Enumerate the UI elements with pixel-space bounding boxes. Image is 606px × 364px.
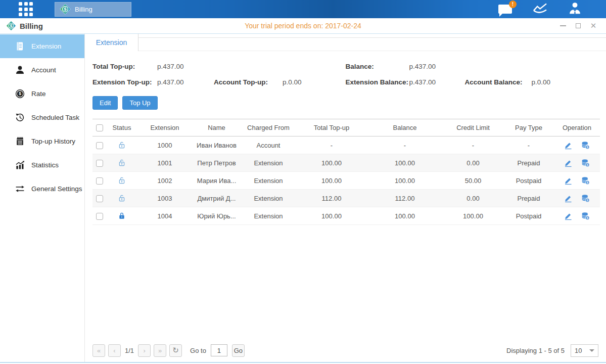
credit-limit-cell: 100.00 [443,207,503,225]
row-checkbox[interactable] [96,177,103,185]
billing-diamond-icon [6,21,16,31]
sidebar-item-rate[interactable]: Rate [0,82,84,106]
rate-dollar-icon [15,89,25,99]
account-balance-label: Account Balance: [465,78,532,86]
sidebar-item-scheduled-task[interactable]: Scheduled Task [0,106,84,129]
scheduled-task-clock-icon [15,113,25,122]
charged-from-cell: Extension [241,207,296,225]
billing-diamond-icon [60,4,71,15]
pay-type-cell: Prepaid [503,190,554,207]
edit-row-icon[interactable] [564,194,573,203]
window-titlebar: Your trial period ends on: 2017-02-24 Bi… [0,18,606,34]
sidebar-item-account[interactable]: Account [0,58,84,82]
account-balance-value: p.0.00 [532,78,551,86]
pay-type-cell: Postpaid [503,172,554,190]
table-header-row: StatusExtensionNameCharged FromTotal Top… [92,119,600,136]
page-indicator: 1/1 [125,347,134,354]
account-person-icon [15,65,25,75]
goto-page-input[interactable] [211,344,227,356]
select-all-checkbox[interactable] [96,124,103,131]
sidebar-item-top-up-history[interactable]: Top-up History [0,129,84,153]
prev-page-button[interactable]: ‹ [108,344,121,357]
top-up-row-icon[interactable] [581,176,590,185]
name-cell: Мария Ива... [193,172,241,190]
top-up-button[interactable]: Top Up [122,96,157,110]
statistics-monitor-icon[interactable] [532,2,548,17]
table-body: 1000Иван ИвановAccount----1001Петр Петро… [92,136,600,225]
extension-cell: 1001 [137,154,193,172]
taskbar-tab-billing[interactable]: Billing [55,2,131,17]
go-button[interactable]: Go [232,344,245,357]
total-topup-value: p.437.00 [157,63,214,70]
table-row-1000: 1000Иван ИвановAccount---- [92,136,600,154]
column-header-credit-limit: Credit Limit [443,119,503,136]
edit-row-icon[interactable] [564,176,573,185]
row-checkbox[interactable] [96,213,103,220]
name-cell: Иван Иванов [193,136,241,154]
table-row-1003: 1003Дмитрий Д...Extension112.00112.000.0… [92,190,600,207]
credit-limit-cell: 50.00 [443,172,503,190]
total-topup-cell: 100.00 [296,207,367,225]
column-header-status: Status [107,119,137,136]
column-header-balance: Balance [367,119,443,136]
balance-cell: - [367,136,443,154]
edit-row-icon[interactable] [564,159,573,167]
sidebar-item-statistics[interactable]: Statistics [0,153,84,177]
column-header-total-top-up: Total Top-up [296,119,367,136]
top-up-row-icon[interactable] [581,194,590,203]
top-up-row-icon[interactable] [581,141,590,150]
trial-notice: Your trial period ends on: 2017-02-24 [0,22,606,30]
app-grid-icon[interactable] [19,2,33,16]
last-page-button[interactable]: » [154,344,166,357]
minimize-icon[interactable] [560,22,567,29]
extension-balance-value: p.437.00 [409,78,465,86]
total-topup-cell: 100.00 [296,172,367,190]
edit-row-icon[interactable] [564,141,573,150]
total-topup-cell: 112.00 [296,190,367,207]
sidebar-item-label: Extension [31,42,61,50]
account-topup-label: Account Top-up: [214,78,283,86]
taskbar-tab-label: Billing [75,6,92,13]
balance-cell: 100.00 [367,172,443,190]
messages-icon[interactable]: ! [498,5,512,14]
sidebar-item-general-settings[interactable]: General Settings [0,177,84,201]
first-page-button[interactable]: « [92,344,105,357]
pagination-bar: « ‹ 1/1 › » ↻ Go to Go Displaying 1 - 5 … [85,341,606,362]
refresh-icon[interactable]: ↻ [169,344,182,357]
sidebar-item-label: Rate [31,90,46,98]
sidebar-item-label: Account [31,66,56,74]
top-up-row-icon[interactable] [581,159,590,167]
edit-row-icon[interactable] [564,212,573,220]
row-checkbox[interactable] [96,160,103,167]
topup-history-notebook-icon [15,136,25,146]
maximize-icon[interactable] [575,22,582,29]
status-unlocked-icon [118,176,126,185]
sidebar-item-label: Scheduled Task [31,114,79,121]
sidebar-item-extension[interactable]: Extension [0,34,84,58]
tab-extension[interactable]: Extension [85,34,138,51]
column-header-charged-from: Charged From [241,119,296,136]
next-page-button[interactable]: › [138,344,151,357]
name-cell: Дмитрий Д... [193,190,241,207]
edit-button[interactable]: Edit [92,96,118,110]
row-checkbox[interactable] [96,142,103,149]
close-icon[interactable]: ✕ [590,22,597,29]
table-row-1002: 1002Мария Ива...Extension100.00100.0050.… [92,172,600,190]
user-account-icon[interactable] [568,2,582,17]
sidebar-item-label: Top-up History [31,138,75,145]
extensions-table: StatusExtensionNameCharged FromTotal Top… [92,119,600,225]
column-header-extension: Extension [137,119,193,136]
row-checkbox[interactable] [96,195,103,202]
pay-type-cell: - [503,136,554,154]
sidebar: ExtensionAccountRateScheduled TaskTop-up… [0,34,85,362]
page-size-select[interactable]: 10 [571,344,598,357]
charged-from-cell: Extension [241,190,296,207]
extension-topup-value: p.437.00 [157,78,214,86]
top-up-row-icon[interactable] [581,212,590,220]
credit-limit-cell: 0.00 [443,190,503,207]
extension-cell: 1004 [137,207,193,225]
total-topup-cell: - [296,136,367,154]
extension-cell: 1000 [137,136,193,154]
name-cell: Петр Петров [193,154,241,172]
statistics-chart-icon [15,160,25,170]
